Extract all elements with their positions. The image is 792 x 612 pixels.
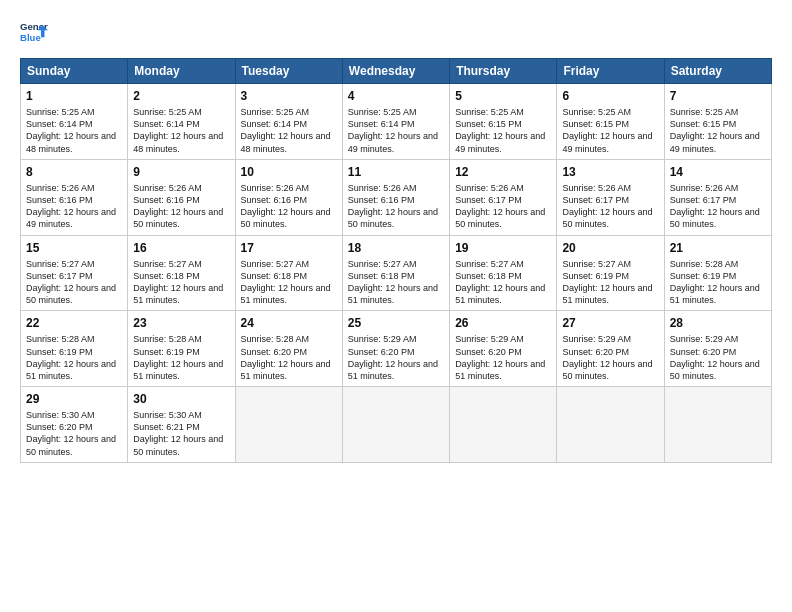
calendar-cell: 11Sunrise: 5:26 AM Sunset: 6:16 PM Dayli… <box>342 159 449 235</box>
col-header-saturday: Saturday <box>664 59 771 84</box>
day-info: Sunrise: 5:28 AM Sunset: 6:19 PM Dayligh… <box>133 333 229 382</box>
day-number: 4 <box>348 88 444 104</box>
day-info: Sunrise: 5:25 AM Sunset: 6:15 PM Dayligh… <box>455 106 551 155</box>
col-header-sunday: Sunday <box>21 59 128 84</box>
calendar-cell: 6Sunrise: 5:25 AM Sunset: 6:15 PM Daylig… <box>557 84 664 160</box>
calendar-cell: 12Sunrise: 5:26 AM Sunset: 6:17 PM Dayli… <box>450 159 557 235</box>
calendar-cell: 17Sunrise: 5:27 AM Sunset: 6:18 PM Dayli… <box>235 235 342 311</box>
calendar-cell: 23Sunrise: 5:28 AM Sunset: 6:19 PM Dayli… <box>128 311 235 387</box>
col-header-tuesday: Tuesday <box>235 59 342 84</box>
calendar-cell: 16Sunrise: 5:27 AM Sunset: 6:18 PM Dayli… <box>128 235 235 311</box>
day-number: 16 <box>133 240 229 256</box>
day-info: Sunrise: 5:27 AM Sunset: 6:19 PM Dayligh… <box>562 258 658 307</box>
logo-icon: General Blue <box>20 18 48 46</box>
calendar-row-0: 1Sunrise: 5:25 AM Sunset: 6:14 PM Daylig… <box>21 84 772 160</box>
calendar-row-4: 29Sunrise: 5:30 AM Sunset: 6:20 PM Dayli… <box>21 387 772 463</box>
calendar-cell: 30Sunrise: 5:30 AM Sunset: 6:21 PM Dayli… <box>128 387 235 463</box>
calendar-cell: 9Sunrise: 5:26 AM Sunset: 6:16 PM Daylig… <box>128 159 235 235</box>
calendar-cell: 28Sunrise: 5:29 AM Sunset: 6:20 PM Dayli… <box>664 311 771 387</box>
day-info: Sunrise: 5:28 AM Sunset: 6:19 PM Dayligh… <box>670 258 766 307</box>
calendar-cell: 20Sunrise: 5:27 AM Sunset: 6:19 PM Dayli… <box>557 235 664 311</box>
day-number: 27 <box>562 315 658 331</box>
day-info: Sunrise: 5:27 AM Sunset: 6:17 PM Dayligh… <box>26 258 122 307</box>
calendar-cell: 19Sunrise: 5:27 AM Sunset: 6:18 PM Dayli… <box>450 235 557 311</box>
day-info: Sunrise: 5:28 AM Sunset: 6:19 PM Dayligh… <box>26 333 122 382</box>
day-number: 20 <box>562 240 658 256</box>
day-number: 15 <box>26 240 122 256</box>
day-number: 7 <box>670 88 766 104</box>
calendar-cell <box>450 387 557 463</box>
day-info: Sunrise: 5:26 AM Sunset: 6:16 PM Dayligh… <box>133 182 229 231</box>
day-info: Sunrise: 5:30 AM Sunset: 6:20 PM Dayligh… <box>26 409 122 458</box>
day-info: Sunrise: 5:27 AM Sunset: 6:18 PM Dayligh… <box>455 258 551 307</box>
col-header-friday: Friday <box>557 59 664 84</box>
day-info: Sunrise: 5:26 AM Sunset: 6:16 PM Dayligh… <box>26 182 122 231</box>
calendar-cell: 2Sunrise: 5:25 AM Sunset: 6:14 PM Daylig… <box>128 84 235 160</box>
calendar-cell: 14Sunrise: 5:26 AM Sunset: 6:17 PM Dayli… <box>664 159 771 235</box>
day-info: Sunrise: 5:26 AM Sunset: 6:16 PM Dayligh… <box>241 182 337 231</box>
day-info: Sunrise: 5:26 AM Sunset: 6:16 PM Dayligh… <box>348 182 444 231</box>
calendar-cell: 3Sunrise: 5:25 AM Sunset: 6:14 PM Daylig… <box>235 84 342 160</box>
calendar-cell: 29Sunrise: 5:30 AM Sunset: 6:20 PM Dayli… <box>21 387 128 463</box>
day-info: Sunrise: 5:25 AM Sunset: 6:15 PM Dayligh… <box>670 106 766 155</box>
logo: General Blue <box>20 18 48 46</box>
calendar-cell <box>664 387 771 463</box>
day-info: Sunrise: 5:27 AM Sunset: 6:18 PM Dayligh… <box>241 258 337 307</box>
calendar-table: SundayMondayTuesdayWednesdayThursdayFrid… <box>20 58 772 463</box>
day-info: Sunrise: 5:26 AM Sunset: 6:17 PM Dayligh… <box>455 182 551 231</box>
day-number: 30 <box>133 391 229 407</box>
calendar-cell: 1Sunrise: 5:25 AM Sunset: 6:14 PM Daylig… <box>21 84 128 160</box>
calendar-cell: 13Sunrise: 5:26 AM Sunset: 6:17 PM Dayli… <box>557 159 664 235</box>
calendar-cell: 10Sunrise: 5:26 AM Sunset: 6:16 PM Dayli… <box>235 159 342 235</box>
calendar-cell: 4Sunrise: 5:25 AM Sunset: 6:14 PM Daylig… <box>342 84 449 160</box>
day-number: 9 <box>133 164 229 180</box>
day-info: Sunrise: 5:25 AM Sunset: 6:14 PM Dayligh… <box>348 106 444 155</box>
day-number: 13 <box>562 164 658 180</box>
day-info: Sunrise: 5:29 AM Sunset: 6:20 PM Dayligh… <box>670 333 766 382</box>
calendar-row-3: 22Sunrise: 5:28 AM Sunset: 6:19 PM Dayli… <box>21 311 772 387</box>
day-info: Sunrise: 5:29 AM Sunset: 6:20 PM Dayligh… <box>348 333 444 382</box>
day-number: 18 <box>348 240 444 256</box>
day-number: 6 <box>562 88 658 104</box>
calendar-cell <box>235 387 342 463</box>
col-header-thursday: Thursday <box>450 59 557 84</box>
day-number: 12 <box>455 164 551 180</box>
day-info: Sunrise: 5:25 AM Sunset: 6:15 PM Dayligh… <box>562 106 658 155</box>
calendar-cell: 15Sunrise: 5:27 AM Sunset: 6:17 PM Dayli… <box>21 235 128 311</box>
day-info: Sunrise: 5:29 AM Sunset: 6:20 PM Dayligh… <box>562 333 658 382</box>
day-number: 1 <box>26 88 122 104</box>
calendar-cell: 22Sunrise: 5:28 AM Sunset: 6:19 PM Dayli… <box>21 311 128 387</box>
col-header-wednesday: Wednesday <box>342 59 449 84</box>
day-info: Sunrise: 5:26 AM Sunset: 6:17 PM Dayligh… <box>670 182 766 231</box>
day-number: 2 <box>133 88 229 104</box>
day-number: 23 <box>133 315 229 331</box>
day-number: 3 <box>241 88 337 104</box>
day-info: Sunrise: 5:30 AM Sunset: 6:21 PM Dayligh… <box>133 409 229 458</box>
calendar-cell: 18Sunrise: 5:27 AM Sunset: 6:18 PM Dayli… <box>342 235 449 311</box>
day-number: 25 <box>348 315 444 331</box>
day-number: 28 <box>670 315 766 331</box>
day-number: 29 <box>26 391 122 407</box>
day-info: Sunrise: 5:25 AM Sunset: 6:14 PM Dayligh… <box>26 106 122 155</box>
day-info: Sunrise: 5:27 AM Sunset: 6:18 PM Dayligh… <box>133 258 229 307</box>
day-number: 10 <box>241 164 337 180</box>
page: General Blue SundayMondayTuesdayWednesda… <box>0 0 792 473</box>
calendar-row-2: 15Sunrise: 5:27 AM Sunset: 6:17 PM Dayli… <box>21 235 772 311</box>
col-header-monday: Monday <box>128 59 235 84</box>
day-info: Sunrise: 5:28 AM Sunset: 6:20 PM Dayligh… <box>241 333 337 382</box>
day-number: 14 <box>670 164 766 180</box>
calendar-header-row: SundayMondayTuesdayWednesdayThursdayFrid… <box>21 59 772 84</box>
calendar-cell: 25Sunrise: 5:29 AM Sunset: 6:20 PM Dayli… <box>342 311 449 387</box>
day-info: Sunrise: 5:29 AM Sunset: 6:20 PM Dayligh… <box>455 333 551 382</box>
day-info: Sunrise: 5:26 AM Sunset: 6:17 PM Dayligh… <box>562 182 658 231</box>
calendar-row-1: 8Sunrise: 5:26 AM Sunset: 6:16 PM Daylig… <box>21 159 772 235</box>
svg-text:Blue: Blue <box>20 32 41 43</box>
header: General Blue <box>20 18 772 46</box>
calendar-cell: 27Sunrise: 5:29 AM Sunset: 6:20 PM Dayli… <box>557 311 664 387</box>
calendar-cell <box>557 387 664 463</box>
day-number: 26 <box>455 315 551 331</box>
day-number: 8 <box>26 164 122 180</box>
day-number: 21 <box>670 240 766 256</box>
calendar-cell: 21Sunrise: 5:28 AM Sunset: 6:19 PM Dayli… <box>664 235 771 311</box>
calendar-cell: 5Sunrise: 5:25 AM Sunset: 6:15 PM Daylig… <box>450 84 557 160</box>
